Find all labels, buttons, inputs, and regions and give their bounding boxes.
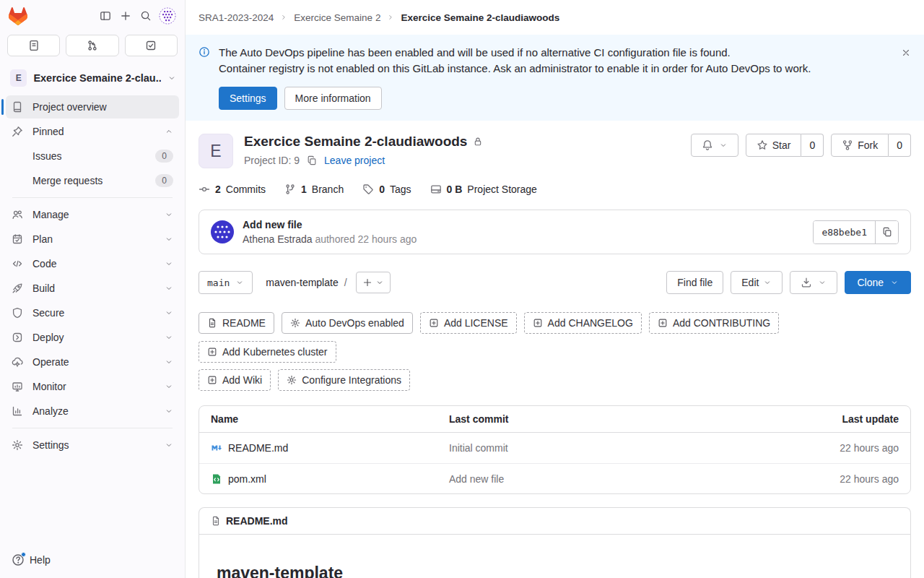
- star-count[interactable]: 0: [801, 134, 824, 157]
- breadcrumb-group[interactable]: SRA1-2023-2024: [199, 12, 274, 23]
- tags-stat[interactable]: 0 Tags: [362, 184, 411, 195]
- user-avatar[interactable]: [159, 7, 176, 25]
- star-icon: [757, 139, 768, 151]
- file-link-readme[interactable]: README.md: [211, 442, 449, 454]
- sidebar-section-pinned[interactable]: Pinned: [6, 120, 179, 143]
- file-last-commit-link[interactable]: Add new file: [449, 473, 776, 485]
- shortcut-todo-button[interactable]: [125, 35, 178, 56]
- file-last-commit-link[interactable]: Initial commit: [449, 442, 776, 454]
- commit-author-avatar[interactable]: [211, 220, 234, 243]
- sidebar-toggle-button[interactable]: [95, 6, 116, 26]
- star-button[interactable]: Star: [746, 134, 802, 157]
- readme-filename-link[interactable]: README.md: [226, 515, 288, 527]
- auto-devops-enabled-button[interactable]: Auto DevOps enabled: [282, 312, 413, 334]
- sidebar-item-label: Deploy: [32, 332, 155, 343]
- download-dropdown[interactable]: [790, 271, 837, 294]
- sidebar-project-context[interactable]: E Exercice Semaine 2-clau...: [0, 64, 185, 94]
- calendar-check-icon: [12, 233, 23, 245]
- sidebar-item-label: Monitor: [32, 381, 155, 392]
- readme-button[interactable]: README: [199, 312, 274, 334]
- add-license-button[interactable]: Add LICENSE: [420, 312, 517, 334]
- commit-message-link[interactable]: Add new file: [243, 219, 417, 230]
- add-contributing-button[interactable]: Add CONTRIBUTING: [649, 312, 779, 334]
- deploy-icon: [12, 332, 23, 343]
- branch-selector[interactable]: main: [199, 271, 253, 294]
- sidebar-item-build[interactable]: Build: [6, 277, 179, 300]
- add-to-tree-dropdown[interactable]: [356, 272, 391, 293]
- alert-settings-button[interactable]: Settings: [219, 87, 277, 110]
- notifications-dropdown[interactable]: [691, 134, 738, 157]
- help-button[interactable]: Help: [0, 543, 185, 578]
- project-avatar: E: [199, 134, 233, 168]
- search-button[interactable]: [136, 6, 156, 26]
- bell-icon: [702, 139, 713, 151]
- project-buttons-row-1: README Auto DevOps enabled Add LICENSE A…: [199, 312, 911, 363]
- file-link-pom[interactable]: pom.xml: [211, 473, 449, 485]
- gear-icon: [287, 375, 297, 385]
- stat-value: 0 B: [447, 184, 463, 195]
- configure-integrations-button[interactable]: Configure Integrations: [278, 369, 410, 391]
- last-commit-card: Add new file Athena Estrada authored 22 …: [199, 210, 911, 254]
- branches-stat[interactable]: 1 Branch: [284, 184, 344, 195]
- leave-project-link[interactable]: Leave project: [324, 155, 385, 166]
- shortcut-merge-requests-button[interactable]: [66, 35, 118, 56]
- disk-icon: [430, 184, 442, 195]
- commit-author-link[interactable]: Athena Estrada: [243, 233, 313, 245]
- file-name: README.md: [228, 442, 288, 454]
- clone-label: Clone: [857, 277, 884, 288]
- breadcrumb: SRA1-2023-2024 Exercice Semaine 2 Exerci…: [186, 0, 924, 35]
- alert-close-button[interactable]: [898, 45, 914, 61]
- create-new-button[interactable]: [116, 6, 136, 26]
- add-changelog-button[interactable]: Add CHANGELOG: [524, 312, 642, 334]
- commits-stat[interactable]: 2 Commits: [199, 184, 266, 195]
- sidebar-item-label: Build: [32, 282, 155, 294]
- project-id-label: Project ID: 9: [244, 155, 300, 166]
- sidebar-item-manage[interactable]: Manage: [6, 203, 179, 226]
- sidebar-item-code[interactable]: Code: [6, 252, 179, 275]
- badge-label: Add CHANGELOG: [548, 317, 633, 329]
- gitlab-logo[interactable]: [9, 7, 27, 25]
- project-stats: 2 Commits 1 Branch 0 Tags 0 B Project St…: [199, 184, 911, 195]
- copy-sha-button[interactable]: [875, 221, 898, 243]
- breadcrumb-subgroup[interactable]: Exercice Semaine 2: [294, 12, 380, 23]
- path-root-link[interactable]: maven-template: [266, 277, 338, 288]
- plus-square-icon: [533, 318, 543, 328]
- sidebar-item-secure[interactable]: Secure: [6, 301, 179, 324]
- badge-label: Add Kubernetes cluster: [222, 346, 328, 358]
- stat-label: Project Storage: [467, 184, 537, 195]
- code-icon: [12, 258, 23, 269]
- sidebar-item-plan[interactable]: Plan: [6, 228, 179, 251]
- sidebar-item-project-overview[interactable]: Project overview: [6, 95, 179, 118]
- search-icon: [140, 10, 152, 22]
- find-file-button[interactable]: Find file: [666, 271, 723, 294]
- chart-icon: [12, 405, 23, 417]
- alert-more-info-button[interactable]: More information: [284, 87, 382, 110]
- sidebar-item-issues[interactable]: Issues 0: [6, 144, 179, 168]
- storage-stat[interactable]: 0 B Project Storage: [430, 184, 537, 195]
- fork-count[interactable]: 0: [889, 134, 911, 157]
- sidebar-item-merge-requests[interactable]: 0 Merge requests 0: [6, 169, 179, 192]
- sidebar-item-settings[interactable]: Settings: [6, 434, 179, 457]
- info-icon: [199, 46, 210, 58]
- file-name: pom.xml: [228, 473, 266, 485]
- sidebar-item-monitor[interactable]: Monitor: [6, 375, 179, 398]
- add-wiki-button[interactable]: Add Wiki: [199, 369, 271, 391]
- commit-sha-group: e88bebe1: [813, 220, 899, 244]
- merge-requests-count-badge: 0: [155, 174, 173, 187]
- close-icon: [901, 48, 911, 58]
- chevron-down-icon: [167, 74, 176, 82]
- chevron-down-icon: [165, 259, 173, 268]
- shortcut-issues-button[interactable]: [7, 35, 60, 56]
- fork-button[interactable]: Fork: [831, 134, 889, 157]
- add-kubernetes-cluster-button[interactable]: Add Kubernetes cluster: [199, 341, 336, 363]
- copy-project-id-button[interactable]: [305, 154, 318, 167]
- sidebar-item-label: Merge requests: [32, 175, 146, 186]
- sidebar-item-operate[interactable]: Operate: [6, 350, 179, 374]
- sidebar-item-analyze[interactable]: Analyze: [6, 400, 179, 423]
- edit-dropdown[interactable]: Edit: [731, 271, 783, 294]
- sidebar-item-deploy[interactable]: Deploy: [6, 326, 179, 349]
- badge-label: Configure Integrations: [302, 374, 401, 386]
- plus-square-icon: [207, 347, 217, 357]
- chevron-down-icon: [165, 333, 173, 342]
- clone-dropdown[interactable]: Clone: [845, 271, 911, 294]
